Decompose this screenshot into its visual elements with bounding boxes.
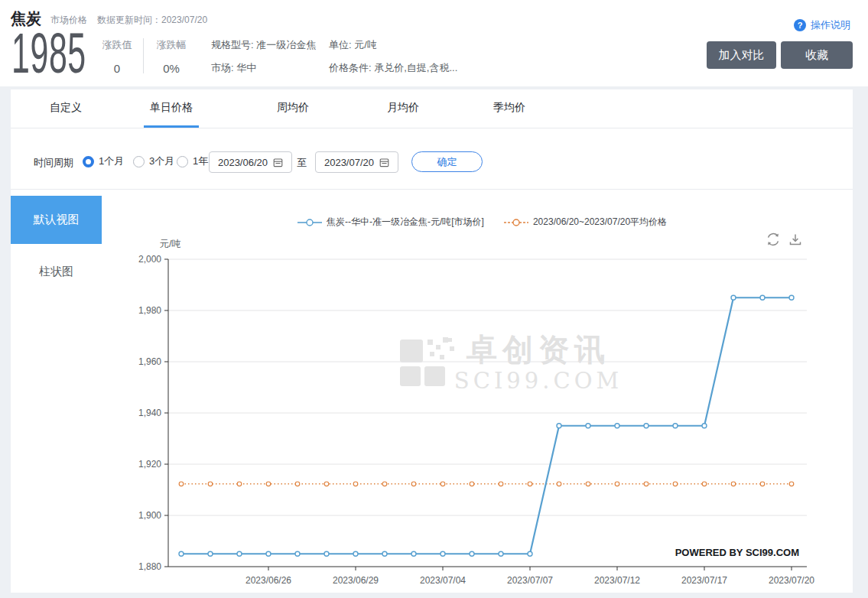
divider — [143, 38, 144, 73]
watermark-cn: 卓创资讯 — [466, 333, 610, 366]
help-link[interactable]: ? 操作说明 — [794, 18, 850, 32]
radio-1-month[interactable]: 1个月 — [83, 154, 124, 168]
start-date-input[interactable]: 2023/06/20 — [209, 151, 292, 173]
unit-label: 单位: 元/吨 — [329, 38, 377, 52]
change-value-block: 涨跌值 0 — [95, 38, 139, 75]
svg-text:2023/07/04: 2023/07/04 — [420, 575, 466, 586]
y-axis-unit: 元/吨 — [160, 239, 181, 249]
help-label: 操作说明 — [811, 18, 850, 32]
change-pct-block: 涨跌幅 0% — [149, 38, 193, 75]
refresh-icon[interactable] — [766, 232, 781, 247]
sidebar-item-default-view[interactable]: 默认视图 — [11, 196, 102, 244]
download-icon[interactable] — [788, 232, 803, 247]
powered-by: POWERED BY SCI99.COM — [675, 547, 799, 558]
radio-dot — [133, 156, 145, 167]
radio-dot — [177, 156, 188, 167]
chart-toolbar — [766, 232, 803, 247]
chart-card: 默认视图 柱状图 焦炭--华中-准一级冶金焦-元/吨[市场价] 2023/06/… — [11, 189, 853, 593]
line-marker-icon — [297, 219, 322, 226]
svg-text:2023/06/29: 2023/06/29 — [333, 575, 379, 586]
radio-dot — [83, 156, 94, 167]
tab-daily-price[interactable]: 单日价格 — [150, 101, 193, 115]
tabs-filter-card: 自定义 单日价格 周均价 月均价 季均价 时间周期 1个月 3个月 1年 202… — [11, 89, 853, 189]
end-date-input[interactable]: 2023/07/20 — [315, 151, 398, 173]
change-value-label: 涨跌值 — [95, 38, 139, 52]
svg-text:1,900: 1,900 — [138, 510, 161, 521]
svg-text:2023/07/07: 2023/07/07 — [507, 575, 553, 586]
question-icon: ? — [794, 19, 806, 31]
change-value: 0 — [95, 62, 139, 75]
svg-text:1,980: 1,980 — [138, 305, 161, 316]
calendar-icon — [379, 158, 389, 167]
update-time: 数据更新时间：2023/07/20 — [97, 14, 207, 27]
sidebar-item-bar-chart[interactable]: 柱状图 — [11, 264, 102, 279]
svg-text:2023/07/20: 2023/07/20 — [769, 575, 814, 586]
radio-3-month[interactable]: 3个月 — [133, 154, 174, 168]
current-price: 1985 — [11, 31, 86, 76]
dashed-line-marker-icon — [504, 219, 528, 226]
date-range-separator: 至 — [297, 156, 307, 170]
price-condition: 价格条件: 承兑价,自提,含税... — [329, 61, 457, 75]
market-region: 市场: 华中 — [211, 61, 256, 75]
radio-1-year[interactable]: 1年 — [177, 154, 208, 168]
legend-item-average[interactable]: 2023/06/20~2023/07/20平均价格 — [504, 216, 667, 229]
change-pct-label: 涨跌幅 — [149, 38, 193, 52]
svg-text:1,920: 1,920 — [138, 459, 161, 470]
price-line-chart[interactable]: 卓创资讯 SCI99.COM 元/吨 POWERED BY SCI99.COM … — [11, 190, 853, 593]
legend-item-series[interactable]: 焦炭--华中-准一级冶金焦-元/吨[市场价] — [297, 216, 484, 229]
period-label: 时间周期 — [34, 156, 73, 170]
tab-weekly-avg[interactable]: 周均价 — [277, 101, 309, 115]
calendar-icon — [273, 158, 283, 167]
page-header: 焦炭 市场价格 数据更新时间：2023/07/20 ? 操作说明 1985 涨跌… — [0, 0, 868, 86]
watermark-en: SCI99.COM — [454, 368, 623, 394]
confirm-button[interactable]: 确定 — [411, 151, 483, 172]
tab-custom[interactable]: 自定义 — [50, 101, 82, 115]
change-pct-value: 0% — [149, 62, 193, 75]
svg-text:1,940: 1,940 — [138, 408, 161, 418]
favorite-button[interactable]: 收藏 — [781, 41, 853, 69]
tab-monthly-avg[interactable]: 月均价 — [387, 101, 419, 115]
svg-text:2023/06/26: 2023/06/26 — [245, 575, 291, 586]
svg-text:2023/07/17: 2023/07/17 — [681, 575, 727, 586]
svg-text:1,880: 1,880 — [138, 561, 161, 572]
add-compare-button[interactable]: 加入对比 — [707, 41, 776, 69]
svg-text:1,960: 1,960 — [138, 356, 161, 367]
spec-model: 规格型号: 准一级冶金焦 — [211, 38, 316, 52]
svg-text:2023/07/12: 2023/07/12 — [594, 575, 640, 586]
tab-quarterly-avg[interactable]: 季均价 — [493, 101, 525, 115]
svg-text:2,000: 2,000 — [138, 254, 161, 265]
chart-legend: 焦炭--华中-准一级冶金焦-元/吨[市场价] 2023/06/20~2023/0… — [158, 216, 807, 229]
divider — [11, 128, 853, 128]
